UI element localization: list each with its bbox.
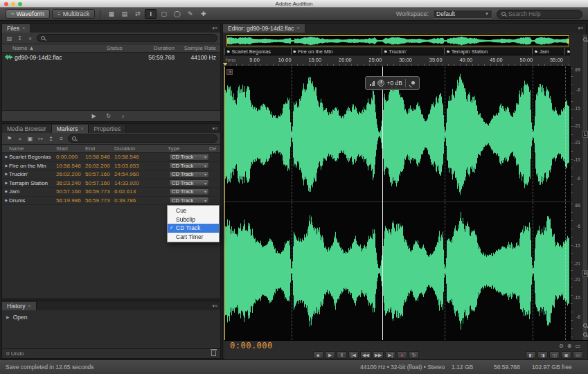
markers-strip[interactable]: ⚑Scarlet Begonias⚑Fire on the Mtn⚑Trucki… (224, 48, 570, 55)
zoom-in-vertical-button[interactable]: ◫ (549, 351, 560, 359)
range-marker-button[interactable]: ↦ (36, 134, 45, 143)
pin-icon[interactable] (409, 80, 415, 87)
spectral-pitch-display-button[interactable]: ▤ (118, 9, 130, 19)
markers-column-header[interactable]: Name Start End Duration Type De (2, 145, 220, 153)
zoom-out-horizontal-button[interactable]: ◨ (537, 351, 548, 359)
marker-type-dropdown[interactable]: CD Track▾ (169, 171, 209, 178)
play-preview-button[interactable]: ▶ (89, 112, 98, 121)
track-marker[interactable]: ⚑Scarlet Begonias (224, 48, 271, 55)
zoom-out-button[interactable]: ⊖ (559, 343, 564, 349)
tab-properties[interactable]: Properties (89, 125, 126, 133)
tab-markers[interactable]: Markers× (52, 125, 89, 133)
close-icon[interactable]: × (296, 24, 299, 33)
track-marker[interactable]: ⚑Truckin' (382, 48, 407, 55)
marker-type-dropdown[interactable]: CD Track▾ (169, 179, 209, 186)
zoom-icon[interactable] (583, 37, 587, 42)
marker-row[interactable]: ⚑Drums56:19.98656:59.7730:39.786CD Track… (2, 197, 220, 206)
panel-menu-icon[interactable]: ▾≡ (209, 24, 220, 33)
workspace-select[interactable]: Default▼ (433, 10, 492, 19)
time-selection-tool[interactable]: I (145, 9, 157, 19)
effects-indicator-icon[interactable] (226, 69, 233, 75)
files-column-header[interactable]: Name ▲ Status Duration Sample Rate (2, 44, 220, 53)
file-row[interactable]: gd90-09-14d2.flac 56:59.768 44100 Hz (2, 53, 220, 62)
spectral-frequency-display-button[interactable]: ▦ (105, 9, 117, 19)
zoom-out-icon[interactable] (583, 332, 587, 337)
open-file-button[interactable]: ▤ (5, 34, 14, 42)
loop-playback-button[interactable]: ↻ (409, 351, 419, 359)
loop-preview-button[interactable]: ↻ (104, 112, 113, 121)
spot-healing-brush-tool[interactable]: ✚ (197, 9, 209, 19)
zoom-in-button[interactable]: ⊕ (567, 343, 572, 349)
playhead-handle[interactable] (223, 63, 227, 66)
track-marker[interactable]: ⚑Jam (532, 48, 549, 55)
waveform-overview[interactable] (226, 35, 570, 47)
menu-item-subclip[interactable]: ✓Subclip (168, 215, 219, 224)
track-marker[interactable]: ⚑Drums (564, 48, 570, 55)
zoom-to-selection-button[interactable]: ▣ (561, 351, 571, 359)
zoom-window-button[interactable] (18, 2, 22, 6)
close-window-button[interactable] (4, 2, 8, 6)
close-icon[interactable]: × (80, 125, 83, 133)
history-item[interactable]: ▶ Open (2, 312, 220, 321)
stop-button[interactable]: ■ (313, 351, 323, 359)
track-marker[interactable]: ⚑Fire on the Mtn (291, 48, 333, 55)
multitrack-view-button[interactable]: ≡ Multitrack (52, 9, 95, 19)
marker-row[interactable]: ⚑Truckin'26:02.20050:57.16024:54.960CD T… (2, 170, 220, 179)
gain-knob[interactable] (377, 80, 384, 87)
menu-item-cd-track[interactable]: ✓CD Track (168, 224, 219, 233)
marquee-selection-tool[interactable]: ▢ (158, 9, 170, 19)
tab-editor[interactable]: Editor: gd90-09-14d2.flac× (223, 24, 305, 33)
move-tool[interactable]: ⇄ (132, 9, 143, 19)
timeline-ruler[interactable]: hms 5:0010:0015:0020:0025:0030:0035:0040… (224, 55, 570, 66)
channel-badge-left[interactable]: L (582, 131, 588, 138)
add-cue-marker-button[interactable]: ⚑ (5, 134, 14, 143)
move-cti-to-next-button[interactable]: ▶| (385, 351, 395, 359)
panel-menu-icon[interactable]: ▾≡ (575, 24, 586, 33)
channel-badge-right[interactable]: R (582, 270, 588, 277)
move-cti-to-previous-button[interactable]: |◀ (348, 351, 359, 359)
paintbrush-selection-tool[interactable]: ✎ (184, 9, 196, 19)
track-marker[interactable]: ⚑Terrapin Station (444, 48, 488, 55)
waveform-channel-right-canvas[interactable] (225, 203, 569, 339)
trash-icon[interactable] (211, 351, 216, 356)
zoom-full-button[interactable]: ▭ (573, 351, 583, 359)
marker-row[interactable]: ⚑Terrapin Station36:23.24050:57.16014:33… (2, 179, 220, 188)
auto-play-button[interactable]: ♪ (118, 112, 127, 121)
marker-row[interactable]: ⚑Scarlet Begonias0:00.00010:58.54610:58.… (2, 153, 220, 162)
close-icon[interactable]: × (22, 24, 25, 33)
marker-row[interactable]: ⚑Jam50:57.16056:59.7736:02.613CD Track▾ (2, 188, 220, 197)
marker-row[interactable]: ⚑Fire on the Mtn10:58.54626:02.20015:03.… (2, 162, 220, 171)
marker-type-dropdown[interactable]: CD Track▾ (169, 162, 209, 169)
menu-item-cart-timer[interactable]: ✓Cart Timer (168, 233, 219, 242)
marker-list-button[interactable]: ≡ (57, 134, 66, 143)
files-search-input[interactable] (48, 35, 213, 42)
marker-type-dropdown[interactable]: CD Track▾ (169, 154, 209, 161)
lasso-selection-tool[interactable]: ◯ (171, 9, 183, 19)
channel-divider[interactable] (224, 201, 570, 202)
tab-media-browser[interactable]: Media Browser (2, 125, 52, 133)
tab-history[interactable]: History× (2, 302, 37, 310)
menu-item-cue[interactable]: ✓Cue (168, 206, 219, 215)
zoom-in-icon[interactable] (583, 323, 587, 328)
pause-button[interactable]: ‖ (337, 351, 347, 359)
record-button[interactable]: ● (397, 351, 407, 359)
current-time-display[interactable]: 0:00.000 (230, 341, 273, 350)
gain-hud[interactable]: +0 dB (365, 76, 420, 90)
export-markers-button[interactable]: ↥ (46, 134, 55, 143)
marker-type-dropdown[interactable]: CD Track▾ (169, 197, 209, 204)
amplitude-ruler[interactable]: dB-6-6-15-15-21-21 dB-6-6-15-15-21-21 (570, 66, 582, 340)
waveform-view-button[interactable]: ≈ Waveform (6, 9, 50, 19)
close-file-button[interactable]: × (26, 34, 35, 42)
minimize-window-button[interactable] (11, 2, 15, 6)
panel-menu-icon[interactable]: ▾≡ (209, 124, 220, 133)
import-file-button[interactable]: ↧ (15, 34, 24, 42)
rewind-button[interactable]: ◀◀ (360, 351, 371, 359)
delete-marker-button[interactable]: × (15, 134, 24, 143)
tab-files[interactable]: Files× (2, 24, 30, 33)
zoom-in-horizontal-button[interactable]: ◧ (526, 351, 536, 359)
close-icon[interactable]: × (28, 302, 30, 310)
play-button[interactable]: ▶ (325, 351, 335, 359)
merge-markers-button[interactable]: ▣ (26, 134, 35, 143)
help-search-input[interactable] (508, 10, 578, 17)
zoom-full-view-button[interactable]: ▭ (575, 343, 580, 349)
